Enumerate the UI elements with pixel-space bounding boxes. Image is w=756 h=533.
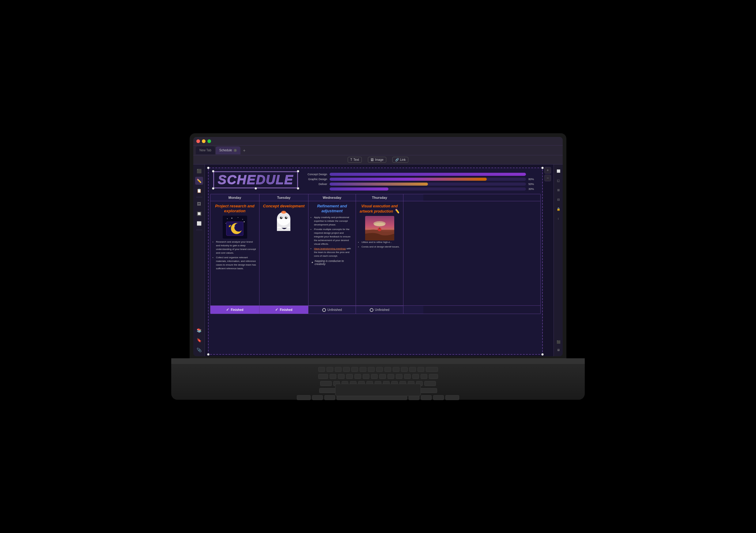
sidebar-divider-1 bbox=[196, 197, 202, 197]
svg-point-3 bbox=[238, 217, 238, 218]
day-header-wednesday: Wednesday bbox=[309, 194, 356, 201]
day-header-extra bbox=[403, 194, 423, 201]
key bbox=[360, 367, 366, 372]
minimize-button[interactable] bbox=[202, 139, 205, 143]
progress-fill-1 bbox=[330, 173, 526, 176]
text-tool-button[interactable]: T Text bbox=[348, 157, 362, 163]
day-cell-extra bbox=[403, 201, 423, 306]
wednesday-status[interactable]: Unfinished bbox=[309, 306, 356, 314]
svg-point-23 bbox=[374, 223, 385, 227]
key bbox=[396, 374, 402, 379]
day-cell-wednesday: Refinement and adjustment Apply creativi… bbox=[309, 201, 356, 306]
thursday-bullets: Utilize and to refine high-e... Condu an… bbox=[358, 240, 401, 249]
keyboard-base bbox=[171, 359, 585, 400]
key bbox=[318, 367, 325, 372]
title-handle-bc bbox=[255, 187, 257, 190]
tab-label: New Tab bbox=[200, 148, 211, 152]
close-button[interactable] bbox=[196, 139, 200, 143]
monday-bullets: Research and analyze your brand and indu… bbox=[213, 240, 257, 271]
svg-text:★: ★ bbox=[228, 225, 231, 228]
sidebar-components-icon[interactable]: ⬜ bbox=[195, 219, 203, 227]
right-icon-2[interactable]: ◱ bbox=[554, 176, 562, 184]
title-handle-tl bbox=[212, 170, 214, 173]
key bbox=[433, 395, 444, 400]
days-header-row: Monday Tuesday Wednesday Thursday bbox=[210, 194, 540, 201]
thursday-bullet-2: Condu and ot design identif issues. bbox=[362, 245, 401, 249]
sidebar-image-icon[interactable]: 🖼 bbox=[195, 200, 203, 208]
progress-row-2: Graphic Design 80% bbox=[304, 178, 538, 181]
image-tool-button[interactable]: 🖼 Image bbox=[368, 157, 386, 163]
sidebar-attach-icon[interactable]: 📎 bbox=[195, 346, 203, 354]
key bbox=[324, 395, 335, 400]
key bbox=[338, 374, 345, 379]
thursday-status[interactable]: Unfinished bbox=[356, 306, 403, 314]
key bbox=[319, 388, 336, 393]
left-sidebar: ⬛ ✏️ 📋 🖼 🔲 ⬜ 📚 🔖 📎 bbox=[193, 165, 205, 356]
tuesday-image bbox=[262, 211, 306, 232]
wednesday-bullet-2: Provide multiple concepts for the requir… bbox=[314, 227, 353, 246]
progress-fill-4 bbox=[330, 187, 389, 191]
link-label: Link bbox=[400, 158, 406, 161]
key bbox=[320, 381, 332, 386]
right-icon-bottom-2[interactable]: 🖥 bbox=[554, 346, 562, 354]
touchpad[interactable] bbox=[335, 384, 421, 396]
tab-bar: New Tab Schedule × + bbox=[193, 146, 563, 155]
key bbox=[420, 374, 427, 379]
schedule-header: SCHEDULE Concept Design bbox=[209, 168, 542, 194]
key bbox=[385, 367, 391, 372]
key bbox=[335, 367, 341, 372]
browser-window: New Tab Schedule × + T Text bbox=[193, 137, 563, 356]
canvas-area[interactable]: SCHEDULE Concept Design bbox=[205, 165, 554, 356]
key-row-1 bbox=[183, 367, 573, 372]
tuesday-status[interactable]: ✓ Finished bbox=[259, 306, 309, 314]
sidebar-pages-icon[interactable]: 📋 bbox=[195, 187, 203, 195]
zoom-out-button[interactable]: − bbox=[544, 174, 551, 181]
maximize-button[interactable] bbox=[207, 139, 211, 143]
right-icon-bottom-1[interactable]: ⬛ bbox=[554, 338, 562, 346]
right-icon-3[interactable]: ⊞ bbox=[554, 186, 562, 194]
progress-section: Concept Design Graphic Design bbox=[304, 171, 538, 192]
key bbox=[426, 367, 438, 372]
wednesday-bullet-link[interactable]: Have brainstorming meetings bbox=[314, 247, 346, 250]
laptop-body: New Tab Schedule × + T Text bbox=[171, 133, 585, 400]
sidebar-shape-icon[interactable]: 🔲 bbox=[195, 209, 203, 218]
right-icon-5[interactable]: 🔒 bbox=[554, 205, 562, 213]
right-icon-6[interactable]: ↕ bbox=[554, 214, 562, 223]
note-text: Napping is conducive to creativity bbox=[314, 259, 353, 266]
new-tab-button[interactable]: + bbox=[241, 147, 247, 153]
wednesday-title: Refinement and adjustment bbox=[311, 204, 353, 213]
progress-fill-2 bbox=[330, 178, 487, 181]
zoom-control: + − bbox=[544, 167, 551, 181]
selection-handle-bl bbox=[207, 353, 209, 356]
sidebar-edit-icon[interactable]: ✏️ bbox=[195, 177, 203, 185]
link-tool-button[interactable]: 🔗 Link bbox=[392, 157, 408, 163]
svg-point-20 bbox=[283, 211, 284, 213]
zoom-in-button[interactable]: + bbox=[544, 167, 551, 174]
screen-bezel: New Tab Schedule × + T Text bbox=[190, 133, 566, 360]
key bbox=[401, 367, 408, 372]
svg-point-17 bbox=[281, 217, 282, 218]
key bbox=[388, 374, 394, 379]
thursday-image bbox=[365, 216, 394, 240]
screen-inner: New Tab Schedule × + T Text bbox=[193, 137, 563, 356]
key bbox=[379, 374, 386, 379]
sidebar-bookmark-icon[interactable]: 🔖 bbox=[195, 336, 203, 344]
right-icon-4[interactable]: ⊟ bbox=[554, 196, 562, 203]
monday-bullet-2: Collect and organize relevant materials,… bbox=[216, 256, 257, 271]
text-icon: T bbox=[350, 158, 352, 161]
tab-schedule[interactable]: Schedule × bbox=[216, 147, 241, 154]
tab-close-icon[interactable]: × bbox=[234, 149, 237, 152]
monday-bullet-1: Research and analyze your brand and indu… bbox=[216, 240, 257, 255]
svg-point-9 bbox=[234, 223, 243, 231]
wednesday-bullet-1: Apply creativity and professional expert… bbox=[314, 216, 353, 227]
editor-toolbar: T Text 🖼 Image 🔗 Link bbox=[193, 155, 563, 165]
progress-percent-4: 30% bbox=[528, 187, 538, 191]
right-icon-1[interactable]: ⬜ bbox=[554, 167, 562, 175]
sidebar-home-icon[interactable]: ⬛ bbox=[195, 167, 203, 175]
selection-handle-tl bbox=[207, 167, 209, 169]
tab-new-tab[interactable]: New Tab bbox=[196, 147, 215, 154]
days-grid: Monday Tuesday Wednesday Thursday bbox=[210, 194, 541, 314]
sidebar-layers-icon[interactable]: 📚 bbox=[195, 326, 203, 334]
monday-status[interactable]: ✓ Finished bbox=[210, 306, 259, 314]
pen-icon: ✏️ bbox=[394, 209, 399, 214]
